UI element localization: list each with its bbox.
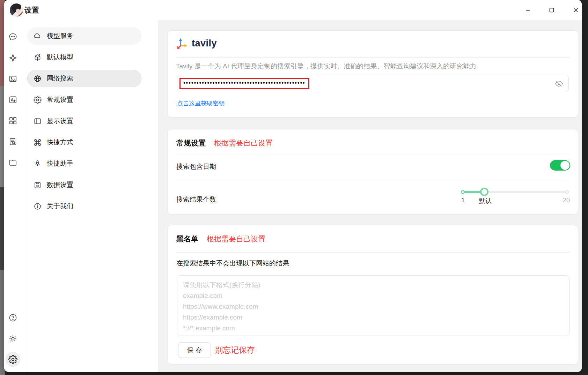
- file-search-icon: [8, 137, 17, 146]
- save-button[interactable]: 保 存: [178, 342, 211, 358]
- tavily-logo-icon: [176, 37, 189, 50]
- translate-icon: [8, 95, 17, 104]
- cube-icon: [34, 53, 42, 61]
- sidebar-item-label: 关于我们: [47, 202, 73, 211]
- sidebar-item-quick-assistant[interactable]: 快捷助手: [27, 155, 141, 172]
- sidebar-item-web-search[interactable]: 网络搜索: [27, 70, 141, 87]
- sidebar-item-label: 默认模型: [47, 53, 73, 62]
- include-date-label: 搜索包含日期: [176, 162, 216, 171]
- close-icon: [573, 7, 579, 13]
- theme-sun-icon: [8, 334, 17, 343]
- blacklist-card: 黑名单 根据需要自己设置 在搜索结果中不会出现以下网站的结果 保 存 别忘记保存: [167, 225, 578, 365]
- section-header: 常规设置 根据需要自己设置: [176, 138, 273, 148]
- provider-description: Tavily 是一个为 AI 代理量身定制的搜索引擎，提供实时、准确的结果、智能…: [176, 62, 476, 71]
- floppy-icon: [34, 181, 42, 189]
- rail-knowledge-button[interactable]: [7, 136, 19, 148]
- section-title: 黑名单: [176, 234, 198, 244]
- eye-off-icon: [555, 80, 563, 88]
- avatar: [10, 3, 23, 17]
- rail-translate-button[interactable]: [7, 94, 19, 106]
- sidebar-item-label: 网络搜索: [47, 74, 73, 83]
- info-icon: [34, 202, 42, 210]
- section-header: 黑名单 根据需要自己设置: [176, 234, 265, 244]
- sidebar-item-about[interactable]: 关于我们: [27, 197, 141, 215]
- divider: [176, 181, 569, 181]
- slider-min-label: 1: [461, 197, 465, 204]
- result-count-slider[interactable]: [462, 187, 567, 197]
- main-content: tavily Tavily 是一个为 AI 代理量身定制的搜索引擎，提供实时、准…: [158, 20, 582, 372]
- sidebar-item-general-settings[interactable]: 常规设置: [27, 91, 141, 108]
- slider-max-dot: [565, 190, 569, 194]
- toggle-knob: [560, 161, 569, 170]
- settings-window: 设置: [4, 0, 582, 372]
- sparkle-icon: [8, 53, 17, 62]
- sidebar-item-default-model[interactable]: 默认模型: [27, 48, 141, 66]
- provider-name: tavily: [192, 38, 217, 49]
- slider-current-label: 默认: [479, 197, 492, 205]
- titlebar: 设置: [4, 0, 582, 20]
- api-key-input[interactable]: ••••••••••••••••••••••••••••••••••••••••…: [177, 75, 569, 92]
- folder-icon: [8, 158, 17, 167]
- sidebar-item-display-settings[interactable]: 显示设置: [27, 112, 141, 130]
- rail-files-button[interactable]: [7, 157, 19, 168]
- sidebar-item-label: 快捷方式: [47, 138, 73, 147]
- command-icon: [34, 138, 42, 147]
- cloud-icon: [34, 32, 42, 40]
- slider-max-label: 20: [563, 197, 570, 204]
- sidebar-item-label: 数据设置: [47, 180, 73, 189]
- minimize-icon: [525, 7, 531, 13]
- blacklist-description: 在搜索结果中不会出现以下网站的结果: [176, 259, 289, 268]
- slider-thumb[interactable]: [480, 188, 488, 196]
- sidebar-item-label: 模型服务: [47, 31, 73, 40]
- rocket-icon: [34, 160, 42, 168]
- api-key-masked-value: ••••••••••••••••••••••••••••••••••••••••…: [183, 75, 306, 92]
- maximize-icon: [549, 7, 554, 13]
- rail-images-button[interactable]: [7, 73, 19, 85]
- apps-grid-icon: [8, 116, 17, 125]
- blacklist-textarea[interactable]: [177, 275, 569, 336]
- general-settings-card: 常规设置 根据需要自己设置 搜索包含日期 搜索结果个数 1: [167, 129, 578, 215]
- globe-icon: [34, 75, 42, 83]
- help-icon: [8, 313, 17, 322]
- chat-icon: [8, 32, 17, 41]
- provider-card: tavily Tavily 是一个为 AI 代理量身定制的搜索引擎，提供实时、准…: [167, 30, 578, 118]
- annotation-note: 根据需要自己设置: [207, 234, 265, 244]
- rail-apps-button[interactable]: [7, 115, 19, 127]
- screen: 设置: [0, 0, 588, 375]
- settings-gear-icon: [8, 355, 17, 364]
- slider-min-dot: [461, 190, 465, 194]
- sidebar-item-label: 常规设置: [47, 95, 73, 104]
- divider: [176, 252, 569, 253]
- rail-chat-button[interactable]: [7, 31, 19, 43]
- rail-assistant-button[interactable]: [7, 52, 19, 64]
- result-count-label: 搜索结果个数: [176, 195, 216, 204]
- close-button[interactable]: [569, 3, 582, 17]
- annotation-note: 根据需要自己设置: [214, 138, 273, 148]
- window-title: 设置: [24, 0, 39, 20]
- sidebar-item-data-settings[interactable]: 数据设置: [27, 176, 141, 194]
- sidebar-item-label: 快捷助手: [47, 159, 73, 168]
- toggle-key-visibility-button[interactable]: [553, 78, 565, 90]
- divider: [176, 57, 569, 58]
- include-date-toggle[interactable]: [550, 160, 570, 171]
- sidebar-item-model-services[interactable]: 模型服务: [27, 27, 141, 45]
- sidebar-item-shortcuts[interactable]: 快捷方式: [27, 134, 141, 151]
- maximize-button[interactable]: [545, 3, 559, 17]
- rail-help-button[interactable]: [7, 312, 19, 324]
- get-api-key-link[interactable]: 点击这里获取密钥: [177, 99, 225, 107]
- layout-icon: [34, 117, 42, 125]
- rail-divider: [27, 20, 27, 372]
- minimize-button[interactable]: [521, 3, 535, 17]
- gear-icon: [34, 96, 42, 104]
- divider: [176, 155, 569, 155]
- save-reminder-annotation: 别忘记保存: [215, 345, 255, 355]
- sidebar-item-label: 显示设置: [47, 117, 73, 126]
- rail-settings-button[interactable]: [6, 352, 20, 367]
- image-icon: [8, 74, 17, 83]
- provider-logo: tavily: [176, 37, 217, 50]
- section-title: 常规设置: [176, 138, 206, 148]
- rail-theme-button[interactable]: [7, 333, 19, 345]
